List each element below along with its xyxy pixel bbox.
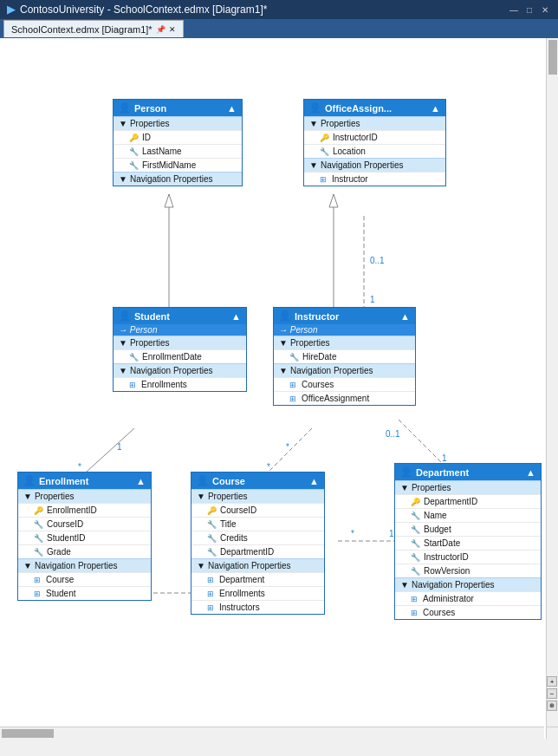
- diagram-area: 0..1 1 1 * * * 0..1 1 1 * * 1 👤 Person ▲: [0, 38, 558, 739]
- svg-text:*: *: [267, 462, 270, 472]
- tab-close[interactable]: ✕: [169, 25, 176, 34]
- student-collapse[interactable]: ▲: [231, 311, 241, 322]
- entity-course[interactable]: 👤 Course ▲ ▼Properties 🔑CourseID 🔧Title …: [191, 472, 325, 615]
- svg-line-10: [269, 428, 312, 472]
- svg-text:1: 1: [117, 442, 122, 452]
- svg-text:*: *: [78, 462, 81, 472]
- officeassign-title: OfficeAssign...: [325, 103, 392, 114]
- zoom-out-btn[interactable]: −: [547, 688, 557, 699]
- department-collapse[interactable]: ▲: [526, 467, 535, 478]
- svg-marker-1: [165, 194, 173, 207]
- zoom-in-btn[interactable]: +: [547, 676, 557, 687]
- department-icon: 👤: [400, 466, 412, 478]
- diagram-tab[interactable]: SchoolContext.edmx [Diagram1]* 📌 ✕: [3, 20, 184, 37]
- vertical-scrollbar[interactable]: [546, 38, 558, 727]
- svg-marker-3: [329, 194, 338, 207]
- vs-logo: ▶: [7, 3, 15, 16]
- app-title: ContosoUniversity - SchoolContext.edmx […: [20, 3, 267, 16]
- close-btn[interactable]: ✕: [539, 3, 551, 16]
- svg-text:1: 1: [442, 453, 447, 463]
- enrollment-collapse[interactable]: ▲: [136, 476, 146, 486]
- entity-officeassignment[interactable]: 👤 OfficeAssign... ▲ ▼Properties 🔑Instruc…: [303, 99, 446, 186]
- svg-text:*: *: [286, 442, 289, 452]
- tab-bar: SchoolContext.edmx [Diagram1]* 📌 ✕: [0, 19, 558, 38]
- course-collapse[interactable]: ▲: [309, 476, 319, 486]
- instructor-icon: 👤: [279, 310, 291, 322]
- svg-line-7: [87, 428, 134, 472]
- svg-text:*: *: [351, 529, 354, 538]
- zoom-fit-btn[interactable]: ⊕: [547, 701, 557, 711]
- entity-department[interactable]: 👤 Department ▲ ▼Properties 🔑DepartmentID…: [394, 463, 542, 620]
- tab-label: SchoolContext.edmx [Diagram1]*: [11, 24, 152, 35]
- entity-person[interactable]: 👤 Person ▲ ▼Properties 🔑ID 🔧LastName 🔧Fi…: [113, 99, 243, 186]
- person-collapse[interactable]: ▲: [227, 103, 237, 114]
- svg-text:0..1: 0..1: [386, 429, 400, 439]
- person-title: Person: [134, 103, 166, 114]
- minimize-btn[interactable]: —: [508, 3, 520, 16]
- officeassign-icon: 👤: [309, 102, 321, 114]
- horizontal-scrollbar[interactable]: [0, 727, 544, 739]
- scroll-thumb-horizontal[interactable]: [2, 729, 54, 738]
- tab-pin[interactable]: 📌: [156, 25, 165, 34]
- person-icon: 👤: [119, 102, 131, 114]
- entity-enrollment[interactable]: 👤 Enrollment ▲ ▼Properties 🔑EnrollmentID…: [17, 472, 152, 601]
- officeassign-collapse[interactable]: ▲: [431, 103, 440, 114]
- svg-line-13: [399, 420, 442, 463]
- student-title: Student: [134, 311, 170, 322]
- student-icon: 👤: [119, 310, 131, 322]
- svg-text:0..1: 0..1: [370, 256, 385, 265]
- department-title: Department: [416, 467, 469, 478]
- course-title: Course: [212, 476, 245, 486]
- corner-box: [546, 727, 558, 739]
- instructor-collapse[interactable]: ▲: [400, 311, 410, 322]
- instructor-title: Instructor: [295, 311, 339, 322]
- svg-text:1: 1: [370, 295, 375, 304]
- title-bar: ▶ ContosoUniversity - SchoolContext.edmx…: [0, 0, 558, 19]
- enrollment-title: Enrollment: [39, 476, 88, 486]
- entity-instructor[interactable]: 👤 Instructor ▲ → Person ▼Properties 🔧Hir…: [273, 307, 416, 406]
- window-controls[interactable]: — □ ✕: [508, 3, 551, 16]
- entity-student[interactable]: 👤 Student ▲ → Person ▼Properties 🔧Enroll…: [113, 307, 247, 392]
- zoom-controls[interactable]: + − ⊕: [546, 675, 558, 713]
- enrollment-icon: 👤: [23, 475, 36, 486]
- course-icon: 👤: [197, 475, 209, 486]
- scroll-thumb-vertical[interactable]: [548, 40, 557, 75]
- maximize-btn[interactable]: □: [523, 3, 535, 16]
